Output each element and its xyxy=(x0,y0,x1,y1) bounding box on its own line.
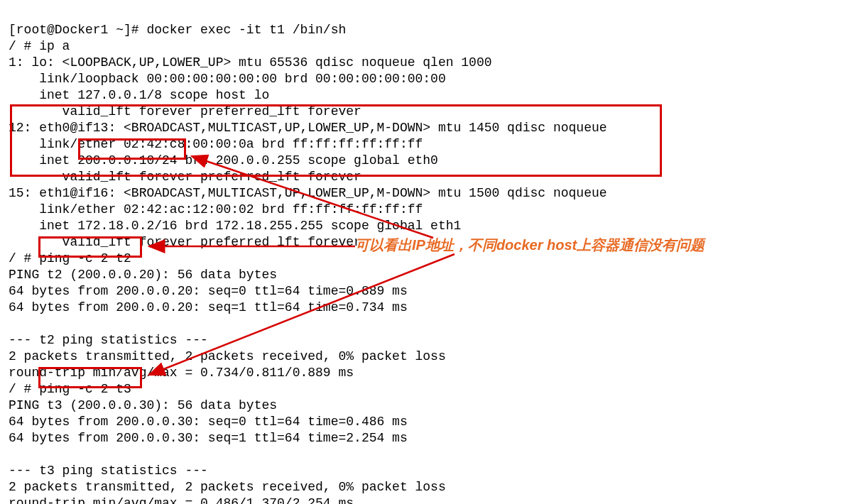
output-line: valid_lft forever preferred_lft forever xyxy=(9,170,361,184)
cmd-ip-a: / # ip a xyxy=(9,39,70,53)
prompt: / # xyxy=(9,382,39,396)
output-line: 2 packets transmitted, 2 packets receive… xyxy=(9,349,446,363)
output-line: 64 bytes from 200.0.0.20: seq=0 ttl=64 t… xyxy=(9,284,408,298)
prompt: / # xyxy=(9,251,39,265)
output-line: link/loopback 00:00:00:00:00:00 brd 00:0… xyxy=(9,72,446,86)
output-line: 64 bytes from 200.0.0.20: seq=1 ttl=64 t… xyxy=(9,300,408,314)
cmd-ping-t2: ping -c 2 t2 xyxy=(39,251,131,265)
output-line: 64 bytes from 200.0.0.30: seq=0 ttl=64 t… xyxy=(9,415,408,429)
output-line: PING t3 (200.0.0.30): 56 data bytes xyxy=(9,398,277,412)
output-line: round-trip min/avg/max = 0.734/0.811/0.8… xyxy=(9,366,354,380)
output-line: 2 packets transmitted, 2 packets receive… xyxy=(9,480,446,494)
output-line: valid_lft forever preferred_lft forever xyxy=(9,235,361,249)
output-line-inet-prefix: inet xyxy=(9,153,77,168)
output-line: --- t2 ping statistics --- xyxy=(9,333,208,347)
output-line: 64 bytes from 200.0.0.30: seq=1 ttl=64 t… xyxy=(9,431,408,445)
output-line: inet 127.0.0.1/8 scope host lo xyxy=(9,88,269,102)
output-line: link/ether 02:42:c8:00:00:0a brd ff:ff:f… xyxy=(9,137,423,151)
output-line: 15: eth1@if16: <BROADCAST,MULTICAST,UP,L… xyxy=(9,186,607,200)
output-line: round-trip min/avg/max = 0.486/1.370/2.2… xyxy=(9,496,354,504)
cmd-ping-t3: ping -c 2 t3 xyxy=(39,382,131,396)
output-line: 1: lo: <LOOPBACK,UP,LOWER_UP> mtu 65536 … xyxy=(9,55,492,70)
output-line-inet-suffix: brd 200.0.0.255 scope global eth0 xyxy=(178,153,438,168)
highlight-ip-200-0-0-10: 200.0.0.10/24 xyxy=(77,153,177,168)
output-line: PING t2 (200.0.0.20): 56 data bytes xyxy=(9,268,277,282)
output-line: --- t3 ping statistics --- xyxy=(9,464,208,478)
output-line: link/ether 02:42:ac:12:00:02 brd ff:ff:f… xyxy=(9,202,423,217)
output-line: inet 172.18.0.2/16 brd 172.18.255.255 sc… xyxy=(9,219,461,233)
terminal-window[interactable]: [root@Docker1 ~]# docker exec -it t1 /bi… xyxy=(0,0,843,504)
output-line: 12: eth0@if13: <BROADCAST,MULTICAST,UP,L… xyxy=(9,121,607,135)
output-line: valid_lft forever preferred_lft forever xyxy=(9,104,361,119)
prompt-line: [root@Docker1 ~]# docker exec -it t1 /bi… xyxy=(9,23,346,37)
